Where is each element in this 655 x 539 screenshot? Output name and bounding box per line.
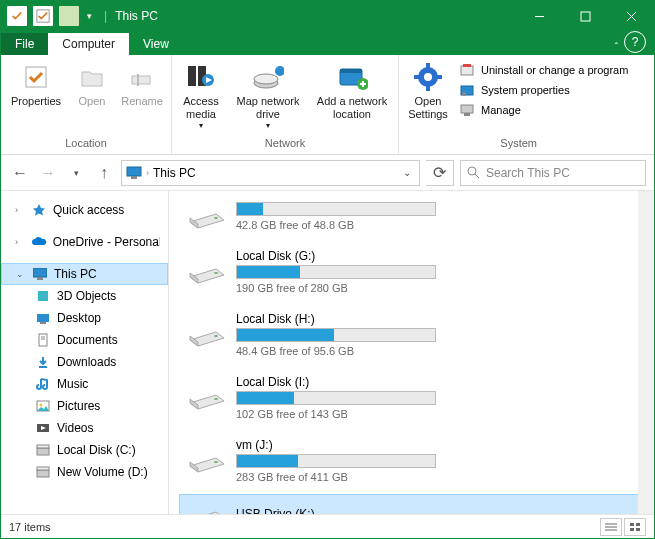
drive-icon [186,203,226,231]
drive-item[interactable]: Local Disk (H:)48.4 GB free of 95.6 GB [179,305,644,364]
sidebar-item-onedrive[interactable]: ›OneDrive - Personal [1,231,168,253]
checkbox-qat-icon[interactable] [33,6,53,26]
uninstall-icon [459,62,475,78]
sidebar-item-new-volume-d-[interactable]: New Volume (D:) [1,461,168,483]
large-icons-view-button[interactable] [624,518,646,536]
tab-file[interactable]: File [1,33,48,55]
address-location[interactable]: This PC [153,166,196,180]
sidebar-item-this-pc[interactable]: ⌄This PC [1,263,168,285]
svg-rect-46 [37,445,49,448]
folder-icon [35,442,51,458]
uninstall-button[interactable]: Uninstall or change a program [455,61,632,79]
svg-rect-8 [188,66,196,86]
capacity-bar [236,454,436,468]
sidebar-item-pictures[interactable]: Pictures [1,395,168,417]
svg-rect-24 [463,64,471,67]
details-view-button[interactable] [600,518,622,536]
svg-rect-59 [636,523,640,526]
sidebar-item-downloads[interactable]: Downloads [1,351,168,373]
cloud-icon [31,234,47,250]
help-button[interactable]: ? [624,31,646,53]
drive-icon [186,501,226,514]
up-button[interactable]: ↑ [93,162,115,184]
drive-free-text: 42.8 GB free of 48.8 GB [236,219,637,231]
map-drive-button[interactable]: Map network drive▾ [228,59,308,131]
manage-button[interactable]: Manage [455,101,632,119]
folder-icon [35,420,51,436]
search-input[interactable]: Search This PC [460,160,646,186]
svg-rect-58 [630,523,634,526]
rename-button[interactable]: Rename [119,59,165,108]
drive-free-text: 102 GB free of 143 GB [236,408,637,420]
system-properties-button[interactable]: System properties [455,81,632,99]
sidebar-item-videos[interactable]: Videos [1,417,168,439]
qat-dropdown-icon[interactable]: ▾ [85,11,94,21]
minimize-button[interactable] [516,1,562,31]
svg-rect-36 [37,314,49,322]
drive-icon [186,258,226,286]
back-button[interactable]: ← [9,162,31,184]
drive-free-text: 190 GB free of 280 GB [236,282,637,294]
sidebar-item-music[interactable]: Music [1,373,168,395]
add-location-icon [336,61,368,93]
refresh-button[interactable]: ⟳ [426,160,454,186]
tab-computer[interactable]: Computer [48,33,129,55]
svg-point-13 [275,66,284,76]
svg-point-26 [462,92,466,96]
svg-rect-38 [39,334,47,346]
vertical-scrollbar[interactable] [638,191,654,514]
svg-rect-2 [581,12,590,21]
tab-view[interactable]: View [129,33,183,55]
address-bar[interactable]: › This PC ⌄ [121,160,420,186]
sidebar-item-documents[interactable]: Documents [1,329,168,351]
group-network: Access media▾ Map network drive▾ Add a n… [172,55,399,154]
close-button[interactable] [608,1,654,31]
group-system: Open Settings Uninstall or change a prog… [399,55,638,154]
item-count: 17 items [9,521,51,533]
svg-rect-6 [132,76,150,84]
sidebar-item-quick-access[interactable]: ›Quick access [1,199,168,221]
address-dropdown-icon[interactable]: ⌄ [399,167,415,178]
nav-row: ← → ▾ ↑ › This PC ⌄ ⟳ Search This PC [1,155,654,191]
capacity-bar [236,391,436,405]
collapse-ribbon-icon[interactable]: ˆ [615,42,618,53]
sidebar-item-local-disk-c-[interactable]: Local Disk (C:) [1,439,168,461]
drive-free-text: 283 GB free of 411 GB [236,471,637,483]
group-location: Properties Open Rename Location [1,55,172,154]
maximize-button[interactable] [562,1,608,31]
drive-item[interactable]: 42.8 GB free of 48.8 GB [179,195,644,238]
sidebar-item-desktop[interactable]: Desktop [1,307,168,329]
properties-qat-icon[interactable] [7,6,27,26]
map-drive-icon [252,61,284,93]
drive-item[interactable]: Local Disk (I:)102 GB free of 143 GB [179,368,644,427]
svg-rect-23 [461,66,473,75]
drive-free-text: 48.4 GB free of 95.6 GB [236,345,637,357]
drive-item[interactable]: Local Disk (G:)190 GB free of 280 GB [179,242,644,301]
svg-point-50 [214,272,218,274]
main-pane: 42.8 GB free of 48.8 GBLocal Disk (G:)19… [169,191,654,514]
ribbon: Properties Open Rename Location Access m… [1,55,654,155]
properties-button[interactable]: Properties [7,59,65,108]
sidebar-item-3d-objects[interactable]: 3D Objects [1,285,168,307]
drive-item[interactable]: USB Drive (K:) [179,494,644,514]
svg-rect-27 [461,105,473,113]
capacity-bar [236,202,436,216]
svg-point-51 [214,335,218,337]
drive-item[interactable]: vm (J:)283 GB free of 411 GB [179,431,644,490]
pc-icon [126,166,142,180]
open-settings-button[interactable]: Open Settings [405,59,451,121]
svg-rect-45 [37,448,49,455]
newfolder-qat-icon[interactable] [59,6,79,26]
svg-rect-33 [33,268,47,277]
forward-button[interactable]: → [37,162,59,184]
svg-line-32 [475,174,479,178]
svg-rect-35 [38,291,48,301]
access-media-button[interactable]: Access media▾ [178,59,224,131]
add-location-button[interactable]: Add a network location [312,59,392,121]
chevron-right-icon[interactable]: › [146,168,149,178]
open-button[interactable]: Open [69,59,115,108]
capacity-bar [236,328,436,342]
history-dropdown-icon[interactable]: ▾ [65,162,87,184]
title-bar: ▾ | This PC [1,1,654,31]
svg-rect-60 [630,528,634,531]
